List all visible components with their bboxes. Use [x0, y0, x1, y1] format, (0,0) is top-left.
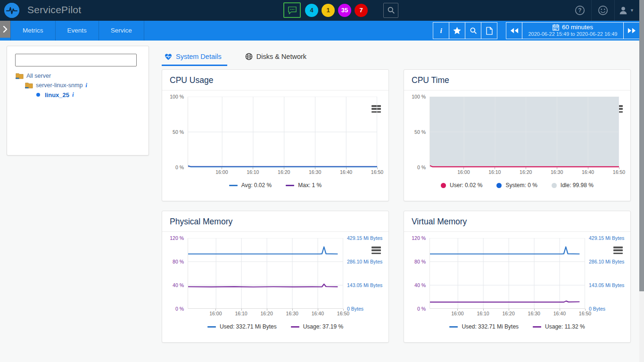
- y-axis-tick-label: 0 %: [175, 306, 184, 312]
- chart-title: CPU Usage: [162, 70, 388, 90]
- notification-badge[interactable]: 35: [338, 4, 351, 17]
- legend-label: Max: 1 %: [298, 182, 322, 189]
- x-axis-tick-label: 16:10: [477, 311, 489, 316]
- calendar-icon: [553, 24, 559, 31]
- tree-node-server-linux-snmp[interactable]: server-linux-snmp i: [7, 81, 149, 90]
- y-axis-tick-label: 0 %: [417, 306, 426, 312]
- scrollbar-thumb[interactable]: [639, 0, 644, 291]
- x-axis-tick-label: 16:40: [312, 311, 324, 316]
- legend-label: User: 0.02 %: [450, 182, 482, 189]
- chart-title: CPU Time: [404, 70, 630, 90]
- chart-plot-area[interactable]: [429, 97, 619, 167]
- legend-marker-icon: [441, 183, 446, 188]
- y-axis-tick-label: 40 %: [414, 282, 426, 288]
- legend-marker-icon: [207, 326, 216, 328]
- y-axis-tick-label: 0 %: [417, 165, 426, 170]
- x-axis-tick-label: 16:00: [457, 169, 470, 175]
- x-axis-tick-label: 16:40: [553, 311, 566, 316]
- time-backward-button[interactable]: [506, 22, 522, 39]
- legend-item[interactable]: Avg: 0.02 %: [229, 182, 272, 189]
- x-axis-tick-label: 16:20: [278, 169, 290, 175]
- chart-plot-area[interactable]: [429, 238, 585, 309]
- chart-legend: Used: 332.71 Mi BytesUsage: 11.32 %: [404, 323, 630, 330]
- user-menu[interactable]: ▼: [615, 0, 637, 21]
- legend-label: Used: 332.71 Mi Bytes: [462, 323, 519, 330]
- notification-badge[interactable]: 4: [305, 4, 318, 17]
- info-icon[interactable]: i: [72, 91, 74, 99]
- legend-item[interactable]: Usage: 37.19 %: [291, 323, 343, 330]
- x-axis-tick-label: 16:50: [579, 311, 591, 316]
- y-axis-tick-label: 40 %: [173, 282, 184, 288]
- info-icon[interactable]: i: [85, 82, 87, 89]
- heart-pulse-icon: [165, 53, 172, 60]
- tree-node-all-server[interactable]: All server: [7, 71, 149, 81]
- nav-tab-events[interactable]: Events: [56, 21, 99, 41]
- legend-item[interactable]: Max: 1 %: [286, 182, 322, 189]
- feedback-smiley-icon[interactable]: [592, 0, 614, 21]
- notification-badge[interactable]: 1: [322, 4, 335, 17]
- time-forward-button[interactable]: [623, 22, 640, 39]
- legend-item[interactable]: User: 0.02 %: [441, 182, 482, 189]
- brand-title: ServicePilot: [27, 4, 81, 16]
- time-range-selector[interactable]: 60 minutes 2020-06-22 15:49 to 2020-06-2…: [522, 22, 624, 39]
- zoom-search-button[interactable]: [465, 22, 481, 39]
- info-button[interactable]: i: [433, 22, 449, 39]
- chart-panel-virtual-memory: Virtual Memory120 %80 %40 %0 %429.15 Mi …: [404, 211, 631, 343]
- legend-marker-icon: [496, 183, 502, 188]
- chart-legend: Avg: 0.02 %Max: 1 %: [162, 182, 388, 189]
- x-axis-tick-label: 16:30: [309, 169, 321, 175]
- time-range-dates: 2020-06-22 15:49 to 2020-06-22 16:49: [522, 31, 623, 37]
- nav-tab-service[interactable]: Service: [99, 21, 144, 41]
- page-scrollbar[interactable]: [639, 0, 644, 362]
- legend-item[interactable]: Used: 332.71 Mi Bytes: [207, 323, 277, 330]
- help-icon[interactable]: ?: [569, 0, 591, 21]
- tab-disks-network[interactable]: Disks & Network: [243, 47, 308, 66]
- nav-tab-metrics[interactable]: Metrics: [10, 21, 56, 41]
- legend-marker-icon: [449, 326, 458, 328]
- right-axis-tick-label: 143.05 Mi Bytes: [347, 282, 382, 288]
- chart-panel-cpu-usage: CPU Usage100 %50 %0 %16:0016:1016:2016:3…: [162, 69, 389, 201]
- right-axis-tick-label: 429.15 Mi Bytes: [347, 235, 382, 241]
- servicepilot-logo-icon[interactable]: [4, 3, 19, 18]
- right-axis-tick-label: 0 Bytes: [347, 306, 363, 312]
- chat-button[interactable]: [283, 2, 301, 18]
- y-axis-tick-label: 50 %: [173, 129, 184, 135]
- tree-node-linux-25[interactable]: linux_25 i: [7, 90, 149, 99]
- x-axis-tick-label: 16:10: [235, 311, 247, 316]
- header-search-button[interactable]: [383, 3, 398, 18]
- x-axis-tick-label: 16:20: [502, 311, 514, 316]
- globe-icon: [245, 53, 253, 60]
- legend-item[interactable]: Used: 332.71 Mi Bytes: [449, 323, 519, 330]
- tree-search-input[interactable]: [15, 54, 137, 66]
- x-axis-tick-label: 16:30: [528, 311, 540, 316]
- x-axis-tick-label: 16:50: [337, 311, 349, 316]
- y-axis-tick-label: 120 %: [170, 235, 184, 241]
- report-document-button[interactable]: [481, 22, 497, 39]
- legend-item[interactable]: System: 0 %: [496, 182, 537, 189]
- tree-node-label: server-linux-snmp: [36, 82, 83, 89]
- tab-label: Disks & Network: [256, 53, 306, 60]
- x-axis-tick-label: 16:10: [488, 169, 501, 175]
- notification-badge[interactable]: 7: [355, 4, 368, 17]
- x-axis-tick-label: 16:50: [371, 169, 383, 175]
- y-axis-tick-label: 100 %: [412, 94, 426, 99]
- chart-plot-area[interactable]: [188, 97, 377, 167]
- legend-item[interactable]: Idle: 99.98 %: [552, 182, 594, 189]
- x-axis-tick-label: 16:30: [286, 311, 298, 316]
- detail-tabs: System DetailsDisks & Network: [163, 47, 308, 66]
- chart-plot-area[interactable]: [188, 238, 343, 309]
- x-axis-tick-label: 16:20: [520, 169, 532, 175]
- legend-marker-icon: [286, 185, 294, 186]
- folder-icon: [16, 73, 24, 79]
- x-axis-tick-label: 16:00: [209, 311, 222, 316]
- legend-label: Avg: 0.02 %: [241, 182, 272, 189]
- sidebar-collapse-button[interactable]: [0, 21, 10, 38]
- legend-item[interactable]: Usage: 11.32 %: [533, 323, 585, 330]
- leaf-bullet-icon: [36, 93, 40, 97]
- toolbar-buttons: i: [433, 22, 497, 39]
- favorite-star-button[interactable]: [449, 22, 465, 39]
- tab-system-details[interactable]: System Details: [163, 47, 223, 66]
- x-axis-tick-label: 16:00: [451, 311, 463, 316]
- resource-tree: All server server-linux-snmp i linux_25 …: [7, 71, 149, 99]
- status-badges: 41357: [305, 4, 368, 17]
